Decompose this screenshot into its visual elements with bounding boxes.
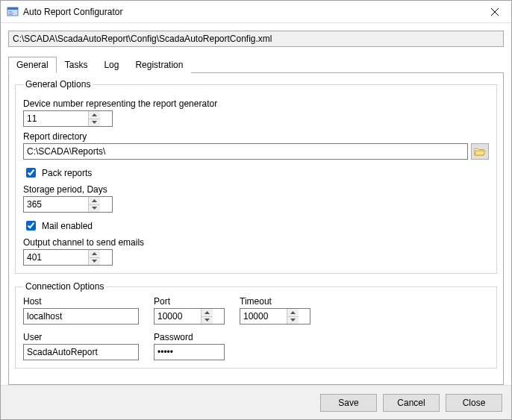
- general-options-legend: General Options: [23, 79, 93, 90]
- output-channel-spinner[interactable]: [23, 249, 113, 266]
- port-spinner[interactable]: [154, 308, 225, 325]
- chevron-up-icon: [290, 311, 296, 314]
- chevron-up-icon: [92, 199, 97, 202]
- svg-rect-1: [7, 7, 18, 10]
- spinner-down-button[interactable]: [287, 317, 299, 325]
- tab-tasks[interactable]: Tasks: [57, 57, 96, 73]
- tab-log[interactable]: Log: [96, 57, 127, 73]
- chevron-down-icon: [92, 121, 97, 124]
- mail-enabled-checkbox[interactable]: [26, 221, 36, 231]
- app-window: Auto Report Configurator General Tasks L…: [0, 0, 512, 420]
- timeout-label: Timeout: [240, 296, 310, 307]
- footer: Save Cancel Close: [1, 385, 511, 419]
- spinner-arrows: [287, 309, 299, 324]
- titlebar: Auto Report Configurator: [1, 1, 511, 23]
- folder-open-icon: [474, 146, 486, 157]
- mail-enabled-check[interactable]: Mail enabled: [23, 219, 489, 233]
- port-label: Port: [154, 296, 225, 307]
- pack-reports-check[interactable]: Pack reports: [23, 166, 489, 180]
- report-dir-label: Report directory: [23, 131, 489, 142]
- output-channel-input[interactable]: [24, 250, 88, 265]
- chevron-down-icon: [92, 207, 97, 210]
- port-input[interactable]: [154, 309, 201, 324]
- tab-registration[interactable]: Registration: [127, 57, 191, 73]
- svg-marker-10: [92, 207, 97, 210]
- device-number-input[interactable]: [24, 111, 88, 126]
- tab-general[interactable]: General: [8, 57, 57, 73]
- storage-period-spinner[interactable]: [23, 196, 113, 213]
- connection-options-legend: Connection Options: [23, 281, 106, 292]
- user-input[interactable]: [23, 344, 139, 360]
- spinner-arrows: [88, 111, 100, 126]
- spinner-arrows: [88, 197, 100, 212]
- svg-marker-13: [205, 311, 210, 314]
- svg-marker-7: [92, 113, 97, 116]
- spinner-down-button[interactable]: [202, 317, 213, 325]
- close-button[interactable]: Close: [446, 394, 502, 412]
- spinner-down-button[interactable]: [89, 119, 100, 127]
- svg-marker-14: [205, 319, 210, 322]
- chevron-down-icon: [290, 319, 296, 322]
- timeout-spinner[interactable]: [240, 308, 310, 325]
- svg-marker-16: [290, 319, 296, 322]
- browse-dir-button[interactable]: [471, 143, 489, 160]
- mail-enabled-label: Mail enabled: [42, 221, 93, 231]
- chevron-down-icon: [92, 260, 97, 263]
- timeout-input[interactable]: [240, 309, 287, 324]
- close-icon: [491, 8, 499, 16]
- save-button[interactable]: Save: [320, 394, 377, 412]
- spinner-up-button[interactable]: [287, 309, 299, 317]
- spinner-up-button[interactable]: [89, 111, 100, 119]
- spinner-down-button[interactable]: [89, 258, 100, 266]
- window-close-button[interactable]: [478, 1, 511, 22]
- app-icon: [7, 6, 19, 18]
- svg-marker-9: [92, 199, 97, 202]
- password-input[interactable]: [154, 344, 225, 360]
- device-number-spinner[interactable]: [23, 110, 113, 127]
- host-input[interactable]: [23, 308, 139, 325]
- spinner-down-button[interactable]: [89, 205, 100, 213]
- spinner-up-button[interactable]: [89, 250, 100, 258]
- content-area: General Tasks Log Registration General O…: [1, 23, 511, 385]
- svg-marker-8: [92, 121, 97, 124]
- svg-marker-12: [92, 260, 97, 263]
- output-channel-label: Output channel to send emails: [23, 237, 489, 248]
- cancel-button[interactable]: Cancel: [383, 394, 440, 412]
- spinner-up-button[interactable]: [202, 309, 213, 317]
- tab-panel-general: General Options Device number representi…: [8, 73, 504, 385]
- tabstrip: General Tasks Log Registration: [8, 56, 504, 73]
- password-label: Password: [154, 332, 225, 342]
- host-label: Host: [23, 296, 139, 307]
- spinner-arrows: [201, 309, 213, 324]
- svg-marker-11: [92, 252, 97, 255]
- svg-rect-3: [9, 13, 13, 13]
- chevron-up-icon: [92, 113, 97, 116]
- connection-options-group: Connection Options Host Port: [15, 281, 497, 369]
- pack-reports-checkbox[interactable]: [26, 168, 36, 178]
- storage-period-input[interactable]: [24, 197, 88, 212]
- user-label: User: [23, 332, 139, 342]
- chevron-up-icon: [92, 252, 97, 255]
- storage-period-label: Storage period, Days: [23, 184, 489, 195]
- spinner-arrows: [88, 250, 100, 265]
- general-options-group: General Options Device number representi…: [15, 79, 497, 274]
- chevron-down-icon: [205, 319, 210, 322]
- svg-rect-4: [9, 14, 13, 15]
- chevron-up-icon: [205, 311, 210, 314]
- spinner-up-button[interactable]: [89, 197, 100, 205]
- svg-rect-2: [9, 11, 12, 12]
- device-number-label: Device number representing the report ge…: [23, 98, 489, 109]
- window-title: Auto Report Configurator: [23, 7, 478, 17]
- config-path-field[interactable]: [8, 31, 504, 47]
- pack-reports-label: Pack reports: [42, 168, 92, 178]
- svg-marker-15: [290, 311, 296, 314]
- report-dir-input[interactable]: [23, 143, 468, 160]
